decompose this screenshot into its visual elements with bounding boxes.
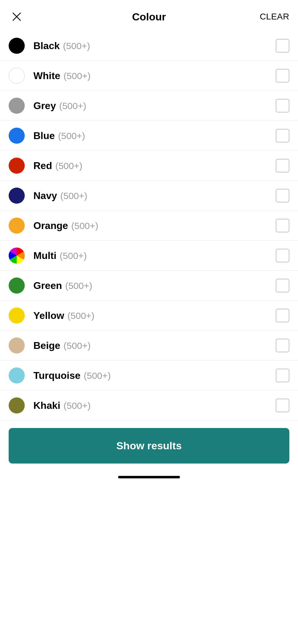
color-checkbox[interactable] [276, 99, 289, 112]
color-list-item: Multi (500+) [0, 241, 298, 271]
header: Colour CLEAR [0, 0, 298, 31]
color-count: (500+) [63, 41, 90, 51]
color-name: White [33, 70, 60, 81]
color-label: Yellow (500+) [33, 310, 95, 321]
color-label: Orange (500+) [33, 220, 98, 231]
color-label: Beige (500+) [33, 340, 91, 351]
color-name: Blue [33, 130, 55, 141]
color-list-item: Green (500+) [0, 271, 298, 301]
clear-button[interactable]: CLEAR [260, 12, 289, 22]
color-label: Green (500+) [33, 280, 92, 291]
color-list-item: Navy (500+) [0, 181, 298, 211]
color-item-left: Turquoise (500+) [9, 367, 111, 383]
color-swatch [9, 367, 25, 383]
color-count: (500+) [64, 400, 91, 411]
color-count: (500+) [58, 131, 85, 141]
color-name: Black [33, 40, 60, 51]
home-indicator [0, 471, 298, 486]
color-list-item: Turquoise (500+) [0, 361, 298, 391]
color-name: Grey [33, 100, 56, 111]
color-count: (500+) [59, 101, 86, 111]
color-list-item: Orange (500+) [0, 211, 298, 241]
color-checkbox[interactable] [276, 369, 289, 382]
color-count: (500+) [64, 341, 91, 351]
color-swatch [9, 337, 25, 354]
color-swatch [9, 158, 25, 174]
color-count: (500+) [65, 281, 92, 291]
color-item-left: Orange (500+) [9, 218, 98, 234]
color-swatch [9, 98, 25, 114]
color-swatch-multi [9, 248, 25, 264]
color-count: (500+) [67, 311, 95, 321]
color-item-left: Beige (500+) [9, 337, 91, 354]
color-swatch [9, 128, 25, 144]
color-item-left: Multi (500+) [9, 248, 87, 264]
color-name: Navy [33, 190, 57, 201]
color-label: Red (500+) [33, 160, 82, 172]
color-label: Navy (500+) [33, 190, 87, 201]
color-item-left: Navy (500+) [9, 188, 87, 204]
color-item-left: Khaki (500+) [9, 397, 91, 413]
color-checkbox[interactable] [276, 309, 289, 322]
color-list-item: Grey (500+) [0, 91, 298, 121]
show-results-button[interactable]: Show results [9, 428, 289, 464]
color-list-item: Blue (500+) [0, 121, 298, 151]
color-checkbox[interactable] [276, 69, 289, 83]
color-swatch [9, 218, 25, 234]
color-list-item: Red (500+) [0, 151, 298, 181]
color-list-item: Khaki (500+) [0, 391, 298, 421]
color-item-left: Blue (500+) [9, 128, 85, 144]
color-label: White (500+) [33, 70, 91, 82]
color-item-left: Yellow (500+) [9, 307, 95, 324]
color-label: Turquoise (500+) [33, 370, 111, 381]
home-bar [118, 476, 180, 478]
color-swatch [9, 397, 25, 413]
close-icon [11, 11, 22, 22]
color-item-left: Red (500+) [9, 158, 82, 174]
color-checkbox[interactable] [276, 249, 289, 262]
color-list-item: Yellow (500+) [0, 301, 298, 331]
color-item-left: Black (500+) [9, 38, 90, 54]
color-swatch [9, 278, 25, 294]
page-title: Colour [132, 11, 166, 23]
color-name: Turquoise [33, 370, 80, 381]
color-count: (500+) [71, 221, 98, 231]
color-name: Beige [33, 340, 60, 351]
color-name: Yellow [33, 310, 64, 321]
color-count: (500+) [55, 161, 83, 171]
color-list-item: Black (500+) [0, 31, 298, 61]
color-list-item: Beige (500+) [0, 331, 298, 361]
color-item-left: White (500+) [9, 68, 91, 84]
color-swatch-white [9, 68, 25, 84]
color-swatch [9, 188, 25, 204]
color-checkbox[interactable] [276, 189, 289, 202]
color-checkbox[interactable] [276, 129, 289, 142]
color-checkbox[interactable] [276, 219, 289, 232]
color-list-item: White (500+) [0, 61, 298, 91]
color-name: Khaki [33, 400, 60, 411]
color-label: Khaki (500+) [33, 400, 91, 411]
color-count: (500+) [60, 251, 87, 261]
color-swatch [9, 307, 25, 324]
color-name: Red [33, 160, 52, 171]
color-checkbox[interactable] [276, 159, 289, 172]
close-button[interactable] [9, 9, 25, 25]
color-checkbox[interactable] [276, 339, 289, 352]
color-label: Black (500+) [33, 40, 90, 52]
color-checkbox[interactable] [276, 279, 289, 292]
color-name: Multi [33, 250, 57, 261]
color-name: Green [33, 280, 62, 291]
color-name: Orange [33, 220, 68, 231]
color-checkbox[interactable] [276, 39, 289, 53]
color-count: (500+) [84, 371, 111, 381]
color-item-left: Grey (500+) [9, 98, 86, 114]
color-count: (500+) [64, 71, 91, 81]
color-item-left: Green (500+) [9, 278, 92, 294]
color-list: Black (500+) White (500+) Grey (500+) [0, 31, 298, 421]
color-label: Multi (500+) [33, 250, 87, 261]
color-label: Blue (500+) [33, 130, 85, 142]
color-checkbox[interactable] [276, 399, 289, 412]
color-count: (500+) [60, 191, 87, 201]
color-label: Grey (500+) [33, 100, 86, 112]
color-swatch [9, 38, 25, 54]
